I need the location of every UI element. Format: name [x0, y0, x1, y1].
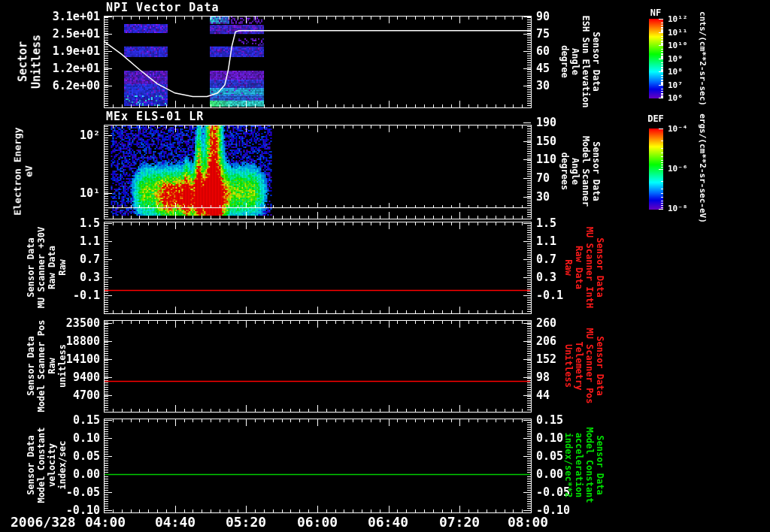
nf-tick: 10¹²: [668, 14, 688, 24]
p5-left-axis-label: Sensor Data Model Constant velocity inde…: [26, 409, 68, 521]
def-tick: 10⁻⁶: [668, 164, 688, 174]
x-tick: 06:00: [297, 514, 338, 530]
colorbar-nf-title: NF: [641, 8, 671, 18]
x-tick: 07:20: [439, 514, 480, 530]
p5-right-axis-label: Sensor Data Model Constant acceleration …: [563, 409, 606, 521]
x-tick: 05:20: [226, 514, 266, 530]
p1-right-axis-label: Sensor Data ESH Sun Elevation Angle degr…: [559, 5, 602, 118]
p3-right-axis-label: Sensor Data MU Scanner IntH Raw Data Raw: [563, 211, 606, 324]
nf-tick: 10¹¹: [668, 28, 688, 38]
x-tick: 04:00: [85, 514, 126, 530]
p4-right-axis-label: Sensor Data MU Scanner Pos Telemetry Uni…: [563, 310, 606, 422]
nf-tick: 10⁸: [668, 67, 683, 77]
def-tick: 10⁻⁸: [668, 204, 688, 213]
panel1-title: NPI Vector Data: [106, 1, 219, 14]
p4-left-axis-label: Sensor Data Model Scanner Pos Raw unitle…: [26, 310, 68, 422]
x-tick: 04:40: [155, 514, 196, 530]
x-tick: 08:00: [508, 514, 548, 530]
panel2-title: MEx ELS-01 LR: [106, 110, 204, 123]
nf-tick: 10¹⁰: [668, 41, 688, 50]
nf-tick: 10⁷: [668, 80, 683, 90]
p1-left-axis-label: Sector Unitless: [17, 5, 43, 118]
nf-tick: 10⁹: [668, 54, 683, 64]
def-tick: 10⁻⁴: [668, 124, 688, 134]
nf-units-label: cnts/(cm**2-sr-sec): [698, 11, 708, 106]
x-tick: 06:40: [368, 514, 408, 530]
p2-ytick: 10²: [27, 128, 100, 142]
def-units-label: ergs/(cm**2-sr-sec-eV): [698, 113, 708, 223]
x-axis-date-label: 2006/328: [11, 514, 76, 530]
p3-left-axis-label: Sensor Data MU Scanner +30V Raw Data Raw: [26, 211, 68, 324]
colorbar-def-title: DEF: [641, 113, 671, 124]
plot-canvas: [0, 0, 770, 532]
nf-tick: 10⁶: [668, 93, 683, 103]
p2-ytick: 10¹: [27, 186, 100, 200]
plot-page: NPI Vector Data MEx ELS-01 LR 3.1e+01 2.…: [0, 0, 770, 532]
